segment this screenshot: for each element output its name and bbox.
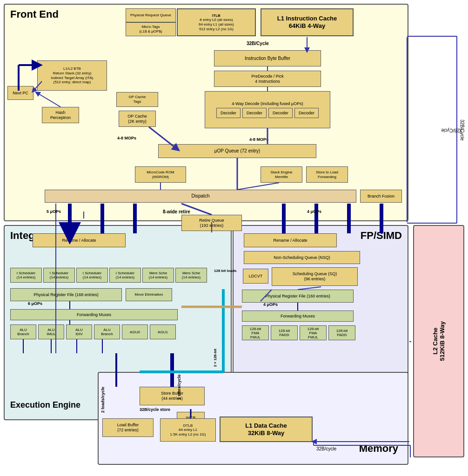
l2-cache-label: L2 Cache512KiB 8-Way <box>432 321 446 361</box>
fma1-box: 128-bitFMAFMUL <box>242 325 269 340</box>
scheduler-row: I Scheduler(14 entries) I Scheduler(14 e… <box>10 268 207 283</box>
l1-icache-box: L1 Instruction Cache64KiB 4-Way <box>261 8 354 36</box>
decoder4-box: Decoder <box>294 108 319 118</box>
phys-reg-fp-label: Physical Register File (160 entries) <box>265 294 330 299</box>
branch-fusion-label: Branch Fusion <box>368 194 394 199</box>
nsq-box: Non-Scheduling Queue (NSQ) <box>244 251 360 264</box>
load-buffer-box: Load Buffer(72 entries) <box>102 418 154 437</box>
move-elim-label: Move Elimination <box>135 292 163 297</box>
main-container: Front End Integer Execution Engine FP/SI… <box>0 0 468 476</box>
rename-alloc-fp-box: Rename / Allocate <box>244 233 337 247</box>
8-wide-retire-label: 8-wide retire <box>163 209 190 214</box>
instruction-byte-buffer-label: Instruction Byte Buffer <box>245 56 290 61</box>
2x128-bit-label: 2×128-bit <box>213 349 217 367</box>
alu-idiv-box: ALUIDIV <box>66 324 92 339</box>
alu-branch1-box: ALUBranch <box>10 324 36 339</box>
isched2-box: I Scheduler(14 entries) <box>43 268 75 283</box>
dispatch-label: Dispatch <box>192 193 210 199</box>
sq-box: Scheduling Queue (SQ)(96 entries) <box>272 267 358 286</box>
load-buffer-label: Load Buffer(72 entries) <box>117 423 139 433</box>
phys-reg-int-box: Physical Register File (168 entries) <box>10 288 122 301</box>
4-uops-right-label: 4 μOPs <box>307 209 321 214</box>
store-to-load-fwd-box: Store to LoadForwarding <box>306 166 348 183</box>
6-uops-label: 6 μOPs <box>28 301 42 306</box>
alu-imul-box: ALUIMUL <box>38 324 64 339</box>
move-elim-box: Move Elimination <box>126 288 172 301</box>
2-loads-cycle-label: 2 loads/cycle <box>100 376 105 413</box>
four-way-decode-label: 4-Way Decode (Including fused μOPs) <box>232 101 303 106</box>
predecode-pick-box: PreDecode / Pick4 Instructions <box>214 71 321 87</box>
hash-perceptron-label: HashPerceptron <box>50 110 71 120</box>
op-cache-box: OP Cache(2K entry) <box>119 111 156 127</box>
l1-dcache-label: L1 Data Cache32KiB 8-Way <box>245 422 287 436</box>
micro-tags-box: Micro-Tags(L1$ & μOP$) <box>126 22 176 36</box>
memory-label: Memory <box>359 443 398 455</box>
mem-sche1-box: Mem Sche(14 entries) <box>142 268 174 283</box>
l2-cache-box: L2 Cache512KiB 8-Way <box>413 225 464 457</box>
fwd-mux-fp-box: Forwarding Muxes <box>242 311 354 322</box>
32b-cycle-right-label: 32B/Cycle <box>458 37 466 223</box>
l1-dcache-box: L1 Data Cache32KiB 8-Way <box>220 416 313 442</box>
next-pc-label: Next PC <box>13 91 28 96</box>
phys-req-queue-label: Physical Request Queue <box>130 13 171 18</box>
microcode-rom-box: MicroCode ROM(MSROM) <box>135 166 186 183</box>
itlb-box: ITLB8 entry L0 (all sizes)64 entry L1 (a… <box>177 8 256 36</box>
4-8-mops-left-label: 4-8 MOPs <box>117 136 136 140</box>
phys-reg-int-label: Physical Register File (168 entries) <box>33 292 99 298</box>
phys-req-queue-box: Physical Request Queue <box>126 8 176 22</box>
stack-engine-label: Stack EngineMemfile <box>270 170 292 179</box>
ldcvt-label: LDCVT <box>249 274 263 279</box>
branch-fusion-box: Branch Fusion <box>360 190 402 203</box>
agu0-box: AGU0 <box>122 324 148 339</box>
micro-tags-label: Micro-Tags(L1$ & μOP$) <box>139 25 162 33</box>
op-cache-tags-box: OP CacheTags <box>116 92 158 107</box>
retire-queue-label: Retire Queue(192 entries) <box>199 218 224 228</box>
dtlb-label: DTLB64 entry L11.5K entry L2 (no 1G) <box>170 423 206 437</box>
l1l2-btb-label: L1/L2 BTBReturn Stack (32 entry)Indirect… <box>51 66 94 84</box>
l1-icache-label: L1 Instruction Cache64KiB 4-Way <box>277 15 337 29</box>
fp-simd-label: FP/SIMD <box>361 230 402 242</box>
sq-label: Scheduling Queue (SQ)(96 entries) <box>293 271 337 282</box>
fadd1-box: 128-bitFADD <box>271 325 298 340</box>
decoder2-box: Decoder <box>242 108 267 118</box>
next-pc-box: Next PC <box>7 86 33 100</box>
phys-reg-fp-box: Physical Register File (160 entries) <box>242 290 354 303</box>
retire-queue-box: Retire Queue(192 entries) <box>181 215 242 231</box>
fadd2-box: 128-bitFADD <box>328 325 355 340</box>
rename-alloc-fp-label: Rename / Allocate <box>273 238 307 243</box>
128-bit-loads-label: 128 bit loads <box>214 269 236 273</box>
fma2-box: 128-bitFMAFMUL <box>300 325 327 340</box>
store-to-load-fwd-label: Store to LoadForwarding <box>316 170 338 179</box>
op-cache-label: OP Cache(2K entry) <box>127 114 147 124</box>
alu-branch2-box: ALUBranch <box>94 324 120 339</box>
fma-row: 128-bitFMAFMUL 128-bitFADD 128-bitFMAFMU… <box>242 325 355 340</box>
op-cache-tags-label: OP CacheTags <box>129 95 146 104</box>
rename-alloc-int-label: Rename / Allocate <box>62 238 96 243</box>
l1l2-btb-box: L1/L2 BTBReturn Stack (32 entry)Indirect… <box>37 60 107 91</box>
4-uops-fp-label: 4 μOPs <box>263 302 278 307</box>
fwd-mux-fp-label: Forwarding Muxes <box>281 314 315 319</box>
32b-cycle-label: 32B/Cycle <box>247 41 269 46</box>
isched1-box: I Scheduler(14 entries) <box>10 268 42 283</box>
predecode-pick-label: PreDecode / Pick4 Instructions <box>251 74 284 84</box>
decoder3-box: Decoder <box>268 108 293 118</box>
decoder1-box: Decoder <box>216 108 241 118</box>
isched4-box: I Scheduler(14 entries) <box>109 268 141 283</box>
alu-row: ALUBranch ALUIMUL ALUIDIV ALUBranch AGU0… <box>10 324 176 339</box>
isched3-box: I Scheduler(14 entries) <box>76 268 108 283</box>
1-store-cycle-label: 1 store/cycle <box>177 367 181 400</box>
store-buffer-box: Store Buffer(44 entries) <box>140 387 205 405</box>
nsq-label: Non-Scheduling Queue (NSQ) <box>274 255 330 260</box>
microcode-rom-label: MicroCode ROM(MSROM) <box>147 170 174 179</box>
front-end-label: Front End <box>10 8 59 20</box>
stack-engine-box: Stack EngineMemfile <box>261 166 302 183</box>
fwd-mux-int-label: Forwarding Muxes <box>77 312 111 317</box>
dispatch-box: Dispatch <box>45 190 356 203</box>
rename-alloc-int-box: Rename / Allocate <box>33 233 126 247</box>
32b-cycle-store-label: 32B/cycle store <box>140 407 170 412</box>
ldcvt-box: LDCVT <box>243 269 268 284</box>
4-8-mops-right-label: 4-8 MOPs <box>249 137 268 142</box>
dtlb-box: DTLB64 entry L11.5K entry L2 (no 1G) <box>160 418 216 442</box>
hash-perceptron-box: HashPerceptron <box>42 107 79 123</box>
four-way-decode-box: 4-Way Decode (Including fused μOPs) Deco… <box>205 91 330 128</box>
